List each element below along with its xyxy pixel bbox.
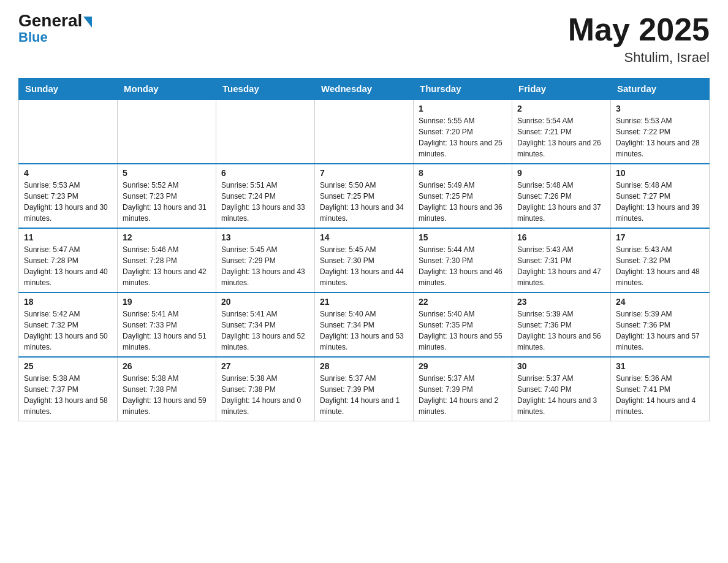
col-tuesday: Tuesday — [216, 79, 315, 100]
day-info: Sunrise: 5:41 AMSunset: 7:34 PMDaylight:… — [221, 308, 309, 353]
table-row: 1Sunrise: 5:55 AMSunset: 7:20 PMDaylight… — [414, 99, 512, 164]
day-info: Sunrise: 5:55 AMSunset: 7:20 PMDaylight:… — [419, 115, 507, 159]
table-row: 31Sunrise: 5:36 AMSunset: 7:41 PMDayligh… — [611, 357, 710, 421]
day-info: Sunrise: 5:48 AMSunset: 7:27 PMDaylight:… — [616, 180, 704, 224]
day-number: 17 — [616, 232, 704, 242]
day-info: Sunrise: 5:46 AMSunset: 7:28 PMDaylight:… — [123, 244, 211, 288]
day-number: 5 — [123, 168, 211, 178]
day-info: Sunrise: 5:40 AMSunset: 7:34 PMDaylight:… — [320, 308, 408, 353]
table-row: 23Sunrise: 5:39 AMSunset: 7:36 PMDayligh… — [512, 293, 611, 357]
day-number: 3 — [616, 104, 704, 113]
table-row: 17Sunrise: 5:43 AMSunset: 7:32 PMDayligh… — [611, 228, 710, 293]
day-number: 2 — [517, 104, 605, 113]
day-number: 26 — [123, 361, 211, 371]
calendar-week-row: 4Sunrise: 5:53 AMSunset: 7:23 PMDaylight… — [19, 164, 710, 228]
day-info: Sunrise: 5:53 AMSunset: 7:22 PMDaylight:… — [616, 115, 704, 159]
table-row: 16Sunrise: 5:43 AMSunset: 7:31 PMDayligh… — [512, 228, 611, 293]
day-info: Sunrise: 5:38 AMSunset: 7:38 PMDaylight:… — [123, 373, 211, 417]
table-row: 10Sunrise: 5:48 AMSunset: 7:27 PMDayligh… — [611, 164, 710, 228]
table-row: 9Sunrise: 5:48 AMSunset: 7:26 PMDaylight… — [512, 164, 611, 228]
page-header: General Blue May 2025 Shtulim, Israel — [18, 12, 710, 66]
day-number: 13 — [221, 232, 309, 242]
day-number: 12 — [123, 232, 211, 242]
table-row: 7Sunrise: 5:50 AMSunset: 7:25 PMDaylight… — [315, 164, 414, 228]
calendar-table: Sunday Monday Tuesday Wednesday Thursday… — [18, 78, 710, 421]
day-number: 6 — [221, 168, 309, 178]
day-number: 28 — [320, 361, 408, 371]
table-row: 2Sunrise: 5:54 AMSunset: 7:21 PMDaylight… — [512, 99, 611, 164]
table-row: 25Sunrise: 5:38 AMSunset: 7:37 PMDayligh… — [19, 357, 118, 421]
logo-general-text: General — [18, 11, 82, 30]
table-row: 12Sunrise: 5:46 AMSunset: 7:28 PMDayligh… — [118, 228, 216, 293]
table-row: 30Sunrise: 5:37 AMSunset: 7:40 PMDayligh… — [512, 357, 611, 421]
table-row — [118, 99, 216, 164]
day-info: Sunrise: 5:44 AMSunset: 7:30 PMDaylight:… — [419, 244, 507, 288]
day-info: Sunrise: 5:47 AMSunset: 7:28 PMDaylight:… — [24, 244, 112, 288]
day-info: Sunrise: 5:53 AMSunset: 7:23 PMDaylight:… — [24, 180, 112, 224]
table-row: 28Sunrise: 5:37 AMSunset: 7:39 PMDayligh… — [315, 357, 414, 421]
calendar-week-row: 18Sunrise: 5:42 AMSunset: 7:32 PMDayligh… — [19, 293, 710, 357]
table-row: 5Sunrise: 5:52 AMSunset: 7:23 PMDaylight… — [118, 164, 216, 228]
col-thursday: Thursday — [414, 79, 512, 100]
day-number: 9 — [517, 168, 605, 178]
table-row: 3Sunrise: 5:53 AMSunset: 7:22 PMDaylight… — [611, 99, 710, 164]
day-number: 18 — [24, 297, 112, 307]
table-row: 24Sunrise: 5:39 AMSunset: 7:36 PMDayligh… — [611, 293, 710, 357]
day-number: 16 — [517, 232, 605, 242]
logo-arrow-icon — [83, 17, 92, 28]
table-row — [19, 99, 118, 164]
col-sunday: Sunday — [19, 79, 118, 100]
table-row: 27Sunrise: 5:38 AMSunset: 7:38 PMDayligh… — [216, 357, 315, 421]
day-number: 15 — [419, 232, 507, 242]
title-block: May 2025 Shtulim, Israel — [568, 12, 710, 66]
day-info: Sunrise: 5:45 AMSunset: 7:29 PMDaylight:… — [221, 244, 309, 288]
table-row: 20Sunrise: 5:41 AMSunset: 7:34 PMDayligh… — [216, 293, 315, 357]
day-info: Sunrise: 5:42 AMSunset: 7:32 PMDaylight:… — [24, 308, 112, 353]
day-info: Sunrise: 5:43 AMSunset: 7:32 PMDaylight:… — [616, 244, 704, 288]
day-number: 8 — [419, 168, 507, 178]
table-row: 8Sunrise: 5:49 AMSunset: 7:25 PMDaylight… — [414, 164, 512, 228]
table-row: 21Sunrise: 5:40 AMSunset: 7:34 PMDayligh… — [315, 293, 414, 357]
day-info: Sunrise: 5:50 AMSunset: 7:25 PMDaylight:… — [320, 180, 408, 224]
day-info: Sunrise: 5:36 AMSunset: 7:41 PMDaylight:… — [616, 373, 704, 417]
day-info: Sunrise: 5:52 AMSunset: 7:23 PMDaylight:… — [123, 180, 211, 224]
day-number: 23 — [517, 297, 605, 307]
day-info: Sunrise: 5:37 AMSunset: 7:40 PMDaylight:… — [517, 373, 605, 417]
table-row: 22Sunrise: 5:40 AMSunset: 7:35 PMDayligh… — [414, 293, 512, 357]
table-row: 4Sunrise: 5:53 AMSunset: 7:23 PMDaylight… — [19, 164, 118, 228]
location-subtitle: Shtulim, Israel — [568, 50, 710, 66]
day-info: Sunrise: 5:38 AMSunset: 7:38 PMDaylight:… — [221, 373, 309, 417]
logo-blue-text: Blue — [18, 31, 48, 44]
day-number: 4 — [24, 168, 112, 178]
col-saturday: Saturday — [611, 79, 710, 100]
calendar-week-row: 11Sunrise: 5:47 AMSunset: 7:28 PMDayligh… — [19, 228, 710, 293]
day-info: Sunrise: 5:45 AMSunset: 7:30 PMDaylight:… — [320, 244, 408, 288]
day-number: 31 — [616, 361, 704, 371]
table-row: 29Sunrise: 5:37 AMSunset: 7:39 PMDayligh… — [414, 357, 512, 421]
calendar-header-row: Sunday Monday Tuesday Wednesday Thursday… — [19, 79, 710, 100]
table-row: 15Sunrise: 5:44 AMSunset: 7:30 PMDayligh… — [414, 228, 512, 293]
day-number: 30 — [517, 361, 605, 371]
day-number: 29 — [419, 361, 507, 371]
day-number: 22 — [419, 297, 507, 307]
day-number: 11 — [24, 232, 112, 242]
calendar-week-row: 1Sunrise: 5:55 AMSunset: 7:20 PMDaylight… — [19, 99, 710, 164]
day-number: 21 — [320, 297, 408, 307]
day-number: 1 — [419, 104, 507, 113]
table-row: 18Sunrise: 5:42 AMSunset: 7:32 PMDayligh… — [19, 293, 118, 357]
day-info: Sunrise: 5:48 AMSunset: 7:26 PMDaylight:… — [517, 180, 605, 224]
table-row: 13Sunrise: 5:45 AMSunset: 7:29 PMDayligh… — [216, 228, 315, 293]
day-info: Sunrise: 5:40 AMSunset: 7:35 PMDaylight:… — [419, 308, 507, 353]
day-number: 14 — [320, 232, 408, 242]
logo-general: General — [18, 12, 92, 29]
day-info: Sunrise: 5:54 AMSunset: 7:21 PMDaylight:… — [517, 115, 605, 159]
logo: General Blue — [18, 12, 92, 44]
day-info: Sunrise: 5:51 AMSunset: 7:24 PMDaylight:… — [221, 180, 309, 224]
table-row: 6Sunrise: 5:51 AMSunset: 7:24 PMDaylight… — [216, 164, 315, 228]
table-row — [315, 99, 414, 164]
table-row: 26Sunrise: 5:38 AMSunset: 7:38 PMDayligh… — [118, 357, 216, 421]
day-number: 24 — [616, 297, 704, 307]
month-year-title: May 2025 — [568, 12, 710, 47]
day-number: 10 — [616, 168, 704, 178]
table-row: 19Sunrise: 5:41 AMSunset: 7:33 PMDayligh… — [118, 293, 216, 357]
